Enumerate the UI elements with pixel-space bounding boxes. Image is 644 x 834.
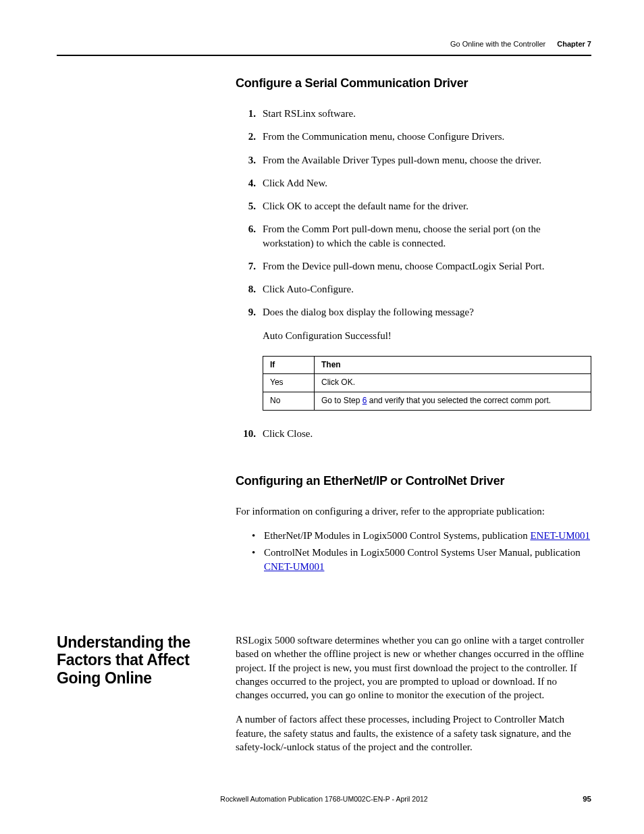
step-9-message: Auto Configuration Successful! bbox=[263, 329, 591, 342]
step-text: Does the dialog box display the followin… bbox=[263, 305, 591, 319]
step-number: 7. bbox=[236, 259, 263, 273]
step-item: 5.Click OK to accept the default name fo… bbox=[236, 199, 591, 213]
step-item: 9.Does the dialog box display the follow… bbox=[236, 305, 591, 319]
table-header-if: If bbox=[263, 356, 315, 374]
heading-configure-serial: Configure a Serial Communication Driver bbox=[236, 76, 591, 90]
publication-info: Rockwell Automation Publication 1768-UM0… bbox=[220, 795, 427, 803]
step-text: Click Auto-Configure. bbox=[263, 282, 591, 296]
step-number: 8. bbox=[236, 282, 263, 296]
cnet-um001-link[interactable]: CNET-UM001 bbox=[264, 561, 324, 572]
step-item: 1.Start RSLinx software. bbox=[236, 107, 591, 120]
table-header-then: Then bbox=[315, 356, 591, 374]
reference-list: EtherNet/IP Modules in Logix5000 Control… bbox=[249, 529, 591, 574]
heading-understanding-factors: Understanding the Factors that Affect Go… bbox=[57, 633, 229, 687]
running-header: Go Online with the Controller Chapter 7 bbox=[450, 40, 591, 48]
step-number: 10. bbox=[236, 427, 263, 440]
section2-intro: For information on configuring a driver,… bbox=[236, 504, 591, 518]
table-row: Yes Click OK. bbox=[263, 374, 591, 392]
table-cell: Go to Step 6 and verify that you selecte… bbox=[315, 392, 591, 410]
step-text: From the Communication menu, choose Conf… bbox=[263, 130, 591, 143]
header-chapter: Chapter 7 bbox=[557, 40, 591, 48]
step-text: Click Close. bbox=[263, 427, 591, 440]
step-text: From the Device pull-down menu, choose C… bbox=[263, 259, 591, 273]
page-number: 95 bbox=[583, 795, 591, 803]
footer: Rockwell Automation Publication 1768-UM0… bbox=[57, 795, 591, 803]
step-item: 10.Click Close. bbox=[236, 427, 591, 440]
table-cell: Yes bbox=[263, 374, 315, 392]
step-item: 3.From the Available Driver Types pull-d… bbox=[236, 153, 591, 167]
table-header-row: If Then bbox=[263, 356, 591, 374]
step-text: From the Available Driver Types pull-dow… bbox=[263, 153, 591, 167]
step-item: 7.From the Device pull-down menu, choose… bbox=[236, 259, 591, 273]
step-item: 4.Click Add New. bbox=[236, 176, 591, 190]
table-row: No Go to Step 6 and verify that you sele… bbox=[263, 392, 591, 410]
list-item: EtherNet/IP Modules in Logix5000 Control… bbox=[249, 529, 591, 543]
step-item: 8.Click Auto-Configure. bbox=[236, 282, 591, 296]
section3-paragraph-1: RSLogix 5000 software determines whether… bbox=[236, 633, 591, 702]
steps-list: 1.Start RSLinx software. 2.From the Comm… bbox=[236, 107, 591, 319]
step-number: 4. bbox=[236, 176, 263, 190]
step-text: Start RSLinx software. bbox=[263, 107, 591, 120]
step-number: 9. bbox=[236, 305, 263, 319]
step-number: 3. bbox=[236, 153, 263, 167]
step-text: Click OK to accept the default name for … bbox=[263, 199, 591, 213]
enet-um001-link[interactable]: ENET-UM001 bbox=[530, 530, 590, 541]
step-number: 1. bbox=[236, 107, 263, 120]
steps-list-continued: 10.Click Close. bbox=[236, 427, 591, 440]
section3-paragraph-2: A number of factors affect these process… bbox=[236, 712, 591, 754]
step-text: Click Add New. bbox=[263, 176, 591, 190]
table-cell: Click OK. bbox=[315, 374, 591, 392]
header-rule: Go Online with the Controller Chapter 7 bbox=[57, 37, 591, 56]
list-item: ControlNet Modules in Logix5000 Control … bbox=[249, 546, 591, 574]
table-cell: No bbox=[263, 392, 315, 410]
step-item: 2.From the Communication menu, choose Co… bbox=[236, 130, 591, 143]
header-title: Go Online with the Controller bbox=[450, 40, 545, 48]
if-then-table: If Then Yes Click OK. No Go to Step 6 an… bbox=[263, 356, 591, 411]
step-number: 5. bbox=[236, 199, 263, 213]
step-number: 6. bbox=[236, 222, 263, 250]
step-number: 2. bbox=[236, 130, 263, 143]
heading-configure-ethernet-controlnet: Configuring an EtherNet/IP or ControlNet… bbox=[236, 474, 591, 488]
step-item: 6.From the Comm Port pull-down menu, cho… bbox=[236, 222, 591, 250]
step-text: From the Comm Port pull-down menu, choos… bbox=[263, 222, 591, 250]
